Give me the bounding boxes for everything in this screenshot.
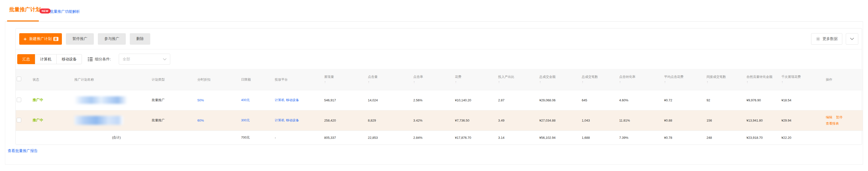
cell-roi: 2.87 [498,90,539,110]
sort-asc-icon: ↑ [582,80,619,84]
column-header-cost[interactable]: 花费↑ [455,69,498,90]
tab-batch-promotion-plans[interactable]: 批量推广计划 [9,6,41,13]
cell-gmv: ¥27,034.88 [539,110,582,131]
filter-select[interactable]: 全部 [119,54,170,65]
cell-gmv: ¥29,068.06 [539,90,582,110]
total-cvr: 7.39% [619,131,664,145]
table-row-hovered: 推广中 批量推广 60% 300元 计算机移动设备 258,420 8,829 … [16,110,863,131]
column-header-daily-limit: 日限额 [241,69,275,90]
action-edit[interactable]: 编辑 [826,116,832,119]
total-label: (合计) [74,131,152,145]
total-cost: ¥17,876.70 [455,131,498,145]
total-impressions: 805,337 [324,131,368,145]
column-header-organic-gmv[interactable]: 自然流量转化金额↑ [746,69,781,90]
cell-plan-type: 批量推广 [152,90,197,110]
total-platform: - [275,131,324,145]
column-header-cvr[interactable]: 点击转化率↑ [619,69,664,90]
filter-row: 汇总 计算机 移动设备 细分条件: 全部 [16,50,862,69]
cell-cvr: 4.60% [619,90,664,110]
discount-link[interactable]: 60% [197,119,204,122]
column-header-gmv[interactable]: 总成交金额↑ [539,69,582,90]
total-cpm: ¥22.20 [781,131,821,145]
row-checkbox[interactable] [17,97,21,102]
platform-pc-link[interactable]: 计算机 [275,98,284,102]
row-actions: 编辑 暂停 查看报表 [821,116,853,125]
cell-cpm: ¥18.54 [781,90,821,110]
sort-asc-icon: ↑ [539,80,582,84]
cell-orders: 645 [582,90,619,110]
more-data-button[interactable]: 更多数据 [811,33,842,45]
cell-impressions: 546,917 [324,90,368,110]
expand-toolbar-button[interactable] [846,33,858,45]
platform-mobile-link[interactable]: 移动设备 [286,98,299,102]
plan-name-redacted[interactable] [74,96,127,104]
select-all-checkbox[interactable] [17,77,21,81]
plus-icon: ＋ [23,36,27,41]
daily-limit-link[interactable]: 400元 [241,98,250,102]
total-ctr: 2.84% [413,131,455,145]
new-badge: NEW [39,8,51,13]
cell-indirect-orders: 156 [707,110,746,131]
segment-pc[interactable]: 计算机 [35,54,57,64]
column-header-orders[interactable]: 总成交笔数↑ [582,69,619,90]
cell-avg-cpc: ¥0.88 [664,110,707,131]
column-header-actions: 操作 [826,69,863,90]
platform-pc-link[interactable]: 计算机 [275,118,284,122]
sort-asc-icon: ↑ [455,80,498,84]
list-icon [88,57,93,61]
table-header-row: 状态 推广计划名称 计划类型 分时折扣 日限额 投放平台 展现量↑ 点击量↑ 点… [16,69,863,90]
create-plan-button[interactable]: ＋ 新建推广计划 新 [19,33,62,45]
row-checkbox[interactable] [17,118,21,122]
sort-asc-icon: ↑ [664,80,707,84]
total-organic-gmv: ¥23,918.70 [746,131,781,145]
segment-mobile[interactable]: 移动设备 [56,54,82,64]
column-header-avg-cpc[interactable]: 平均点击花费↑ [664,69,707,90]
table-row: 推广中 批量推广 50% 400元 计算机移动设备 546,917 14,024… [16,90,863,110]
column-header-status: 状态 [33,69,74,90]
status-badge: 推广中 [33,118,43,122]
sort-asc-icon: ↑ [413,80,455,84]
column-header-indirect-orders[interactable]: 间接成交笔数↑ [707,69,746,90]
plan-name-redacted[interactable] [74,116,123,125]
platform-mobile-link[interactable]: 移动设备 [286,118,299,122]
column-header-clicks[interactable]: 点击量↑ [368,69,413,90]
segment-summary[interactable]: 汇总 [17,54,35,64]
column-header-impressions[interactable]: 展现量↑ [324,69,368,90]
action-pause[interactable]: 暂停 [836,116,842,119]
column-header-plan-name: 推广计划名称 [74,69,152,90]
sort-asc-icon: ↑ [746,80,781,84]
cell-clicks: 14,024 [368,90,413,110]
total-orders: 1,688 [582,131,619,145]
view-batch-report-link[interactable]: 查看批量推广报告 [8,148,38,153]
sort-asc-icon: ↑ [368,80,413,84]
delete-button[interactable]: 删除 [130,33,150,45]
select-value: 全部 [123,57,130,62]
chevron-down-icon [850,38,854,40]
sort-asc-icon: ↑ [781,80,821,84]
total-gmv: ¥56,102.94 [539,131,582,145]
action-view-report[interactable]: 查看报表 [826,122,839,125]
feature-analysis-link[interactable]: 批量推广功能解析 [50,9,80,14]
column-header-cpm[interactable]: 千次展现花费↑ [781,69,821,90]
cell-orders: 1,043 [582,110,619,131]
new-feature-badge: 新 [54,37,58,41]
join-promotion-button[interactable]: 参与推广 [98,33,126,45]
status-badge: 推广中 [33,98,43,102]
column-header-platform: 投放平台 [275,69,324,90]
gear-icon [816,37,820,41]
cell-cvr: 11.81% [619,110,664,131]
total-indirect-orders: 248 [707,131,746,145]
cell-cost: ¥10,140.20 [455,90,498,110]
cell-roi: 3.49 [498,110,539,131]
sort-asc-icon: ↑ [324,80,368,84]
discount-link[interactable]: 50% [197,98,204,102]
pause-promotion-button[interactable]: 暂停推广 [66,33,94,45]
filter-label: 细分条件: [88,57,111,62]
column-header-roi[interactable]: 投入产出比↑ [498,69,539,90]
cell-clicks: 8,829 [368,110,413,131]
sort-asc-icon: ↑ [619,80,664,84]
cell-impressions: 258,420 [324,110,368,131]
daily-limit-link[interactable]: 300元 [241,118,250,122]
column-header-ctr[interactable]: 点击率↑ [413,69,455,90]
total-clicks: 22,853 [368,131,413,145]
